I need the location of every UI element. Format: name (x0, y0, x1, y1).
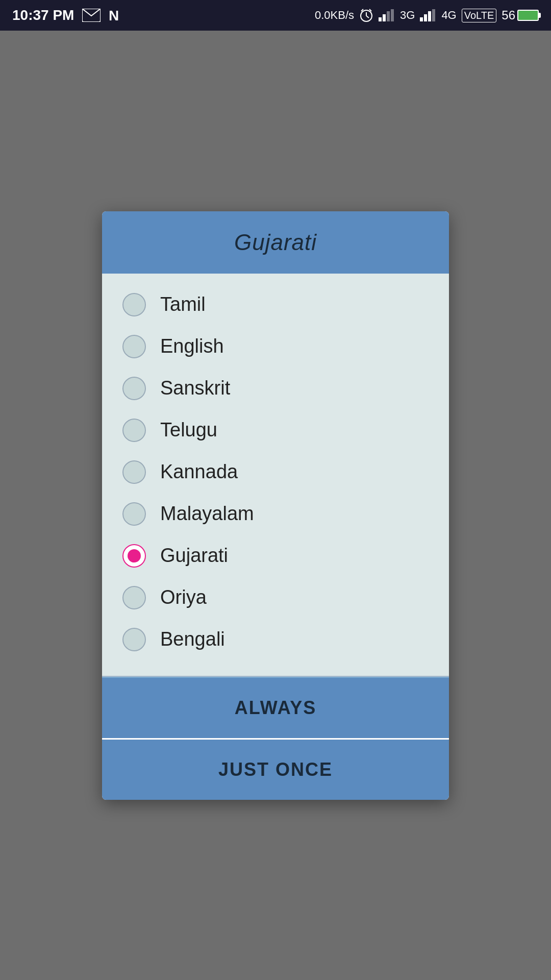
battery-icon (517, 10, 539, 21)
data-speed: 0.0KB/s (315, 9, 354, 22)
radio-english[interactable] (122, 335, 146, 358)
svg-rect-8 (383, 14, 386, 21)
svg-rect-9 (387, 11, 390, 21)
svg-rect-10 (391, 9, 394, 21)
option-label-oriya: Oriya (160, 586, 207, 608)
network-3g: 3G (400, 9, 415, 22)
option-oriya[interactable]: Oriya (122, 577, 429, 619)
option-label-english: English (160, 335, 224, 357)
just-once-button[interactable]: JUST ONCE (102, 738, 449, 800)
status-left: 10:37 PM N (12, 7, 123, 23)
status-time: 10:37 PM (12, 7, 74, 23)
option-malayalam[interactable]: Malayalam (122, 493, 429, 535)
radio-malayalam[interactable] (122, 502, 146, 526)
option-kannada[interactable]: Kannada (122, 451, 429, 493)
option-english[interactable]: English (122, 326, 429, 368)
radio-gujarati-inner (128, 549, 141, 562)
option-label-sanskrit: Sanskrit (160, 377, 230, 399)
alarm-icon (359, 8, 373, 22)
signal-3g-icon: 3G (379, 9, 395, 21)
svg-rect-14 (428, 11, 431, 21)
option-label-kannada: Kannada (160, 461, 238, 483)
radio-oriya[interactable] (122, 586, 146, 609)
svg-text:N: N (109, 8, 119, 22)
dialog-title-bar: Gujarati (102, 211, 449, 274)
option-gujarati[interactable]: Gujarati (122, 535, 429, 577)
network-4g: 4G (441, 9, 456, 22)
status-right: 0.0KB/s 3G 3G 4G VoLTE 56 (315, 8, 539, 22)
screen-content: Gujarati Tamil English Sanskrit Telugu (0, 31, 551, 980)
dialog-title-text: Gujarati (234, 230, 317, 255)
svg-rect-12 (420, 17, 423, 21)
option-telugu[interactable]: Telugu (122, 409, 429, 451)
option-tamil[interactable]: Tamil (122, 284, 429, 326)
option-label-telugu: Telugu (160, 419, 217, 441)
email-icon (82, 9, 101, 22)
always-button[interactable]: ALWAYS (102, 677, 449, 738)
option-label-malayalam: Malayalam (160, 503, 254, 525)
signal-4g-icon (420, 9, 436, 21)
radio-kannada[interactable] (122, 460, 146, 484)
option-label-gujarati: Gujarati (160, 545, 228, 567)
option-sanskrit[interactable]: Sanskrit (122, 368, 429, 409)
svg-rect-15 (432, 9, 435, 21)
option-bengali[interactable]: Bengali (122, 619, 429, 660)
radio-tamil[interactable] (122, 293, 146, 316)
svg-line-4 (366, 16, 369, 18)
options-list: Tamil English Sanskrit Telugu Kannada Ma (102, 274, 449, 676)
radio-telugu[interactable] (122, 419, 146, 442)
option-label-bengali: Bengali (160, 628, 225, 650)
status-bar: 10:37 PM N 0.0KB/s 3G 3G (0, 0, 551, 31)
notification-icon: N (109, 8, 123, 22)
language-dialog: Gujarati Tamil English Sanskrit Telugu (102, 211, 449, 800)
radio-gujarati[interactable] (122, 544, 146, 568)
radio-bengali[interactable] (122, 628, 146, 651)
dialog-buttons: ALWAYS JUST ONCE (102, 676, 449, 800)
volte-icon: VoLTE (462, 9, 497, 22)
svg-rect-13 (424, 14, 427, 21)
option-label-tamil: Tamil (160, 293, 206, 315)
battery-percent: 56 (502, 8, 515, 22)
svg-rect-7 (379, 17, 382, 21)
radio-sanskrit[interactable] (122, 377, 146, 400)
